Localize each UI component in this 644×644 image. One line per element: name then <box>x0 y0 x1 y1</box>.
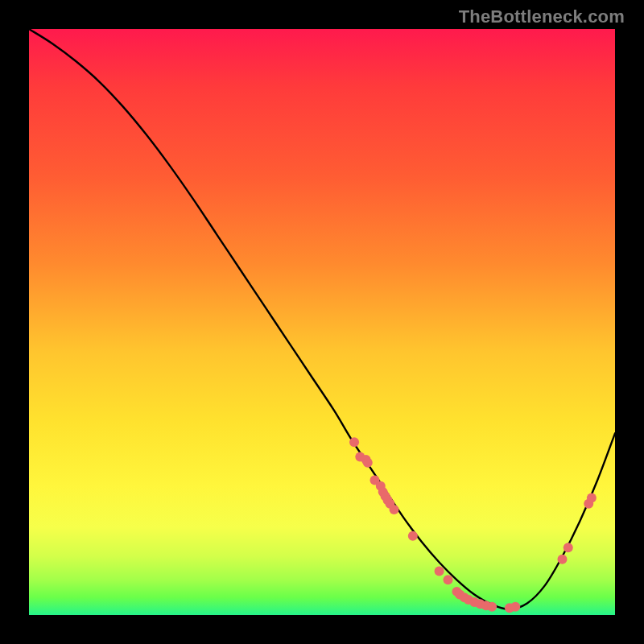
bottleneck-curve <box>29 29 615 609</box>
chart-svg <box>29 29 615 615</box>
chart-container: TheBottleneck.com <box>0 0 644 644</box>
data-point <box>564 543 573 552</box>
data-point <box>390 505 399 514</box>
data-point <box>487 602 497 612</box>
chart-plot-area <box>29 29 615 615</box>
data-point <box>435 566 444 576</box>
data-point <box>363 458 373 468</box>
data-point <box>349 437 359 447</box>
data-point <box>510 602 520 612</box>
watermark-label: TheBottleneck.com <box>459 6 625 27</box>
data-points-group <box>349 437 597 613</box>
data-point <box>408 531 418 541</box>
data-point <box>557 555 567 564</box>
data-point <box>587 493 597 502</box>
data-point <box>444 575 453 584</box>
